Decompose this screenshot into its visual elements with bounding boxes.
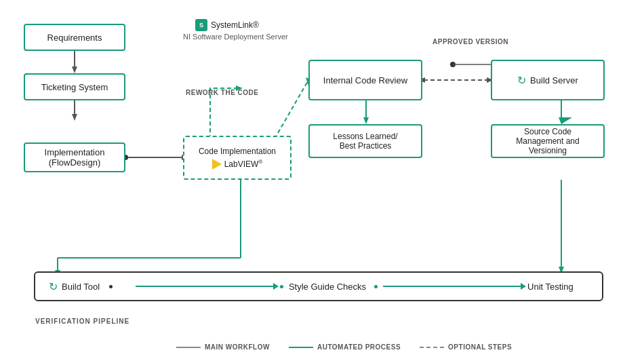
- svg-marker-10: [363, 117, 369, 124]
- ticketing-box: Ticketing System: [24, 73, 125, 100]
- implementation-box: Implementation(FlowDesign): [24, 142, 125, 172]
- style-guide-section: Style Guide Checks: [280, 282, 378, 292]
- source-code-box: Source CodeManagement and Versioning: [491, 124, 605, 158]
- labview-logo: LabVIEW®: [212, 159, 263, 170]
- svg-marker-3: [72, 114, 77, 121]
- code-review-box: Internal Code Review: [308, 60, 422, 100]
- legend-automated-label: AUTOMATED PROCESS: [317, 343, 401, 351]
- source-code-label: Source CodeManagement and Versioning: [499, 127, 597, 155]
- legend-line-grey: [176, 347, 201, 348]
- legend-optional-label: OPTIONAL STEPS: [448, 343, 512, 351]
- implementation-label: Implementation(FlowDesign): [45, 147, 105, 168]
- build-tool-label: Build Tool: [62, 282, 100, 292]
- dot1: [109, 285, 113, 288]
- legend-main-workflow: MAIN WORKFLOW: [176, 343, 270, 351]
- svg-marker-15: [559, 117, 572, 124]
- lessons-box: Lessons Learned/Best Practices: [308, 124, 422, 158]
- svg-point-31: [450, 62, 456, 67]
- dot2: [280, 285, 283, 288]
- build-server-label: Build Server: [530, 75, 578, 85]
- legend-line-grey-dash: [420, 347, 444, 348]
- dot3: [374, 285, 378, 288]
- svg-marker-1: [72, 66, 77, 73]
- build-server-box: ↻ Build Server: [491, 60, 605, 100]
- lessons-label: Lessons Learned/Best Practices: [333, 132, 397, 151]
- legend-main-label: MAIN WORKFLOW: [205, 343, 270, 351]
- legend-automated: AUTOMATED PROCESS: [289, 343, 401, 351]
- build-tool-section: ↻ Build Tool: [49, 280, 130, 293]
- requirements-label: Requirements: [47, 33, 102, 43]
- code-review-label: Internal Code Review: [323, 75, 407, 85]
- style-guide-label: Style Guide Checks: [289, 282, 366, 292]
- legend-line-teal: [289, 347, 313, 348]
- legend-optional: OPTIONAL STEPS: [420, 343, 512, 351]
- rework-label: REWORK THE CODE: [186, 88, 259, 97]
- code-impl-box: Code Implementation LabVIEW®: [183, 136, 291, 180]
- diagram-container: Requirements Ticketing System Implementa…: [0, 0, 644, 363]
- pipeline-line1: [136, 286, 275, 287]
- systemlink-logo: S SystemLink®: [195, 19, 259, 31]
- legend: MAIN WORKFLOW AUTOMATED PROCESS OPTIONAL…: [176, 343, 512, 351]
- ticketing-label: Ticketing System: [41, 82, 108, 92]
- pipeline-line2: [383, 286, 522, 287]
- unit-testing-section: Unit Testing: [527, 282, 588, 292]
- verification-label: VERIFICATION PIPELINE: [35, 318, 129, 325]
- ni-server-label: NI Software Deployment Server: [183, 33, 288, 41]
- build-tool-icon: ↻: [49, 280, 58, 293]
- requirements-box: Requirements: [24, 24, 125, 51]
- pipeline-box: ↻ Build Tool Style Guide Checks Unit Tes…: [34, 271, 603, 301]
- unit-testing-label: Unit Testing: [527, 282, 573, 292]
- systemlink-icon: S: [195, 19, 207, 31]
- arrows-svg: [0, 0, 644, 363]
- code-impl-label: Code Implementation: [199, 147, 276, 156]
- systemlink-label: SystemLink®: [211, 20, 259, 30]
- approved-label: APPROVED VERSION: [432, 37, 508, 46]
- refresh-icon: ↻: [517, 74, 526, 87]
